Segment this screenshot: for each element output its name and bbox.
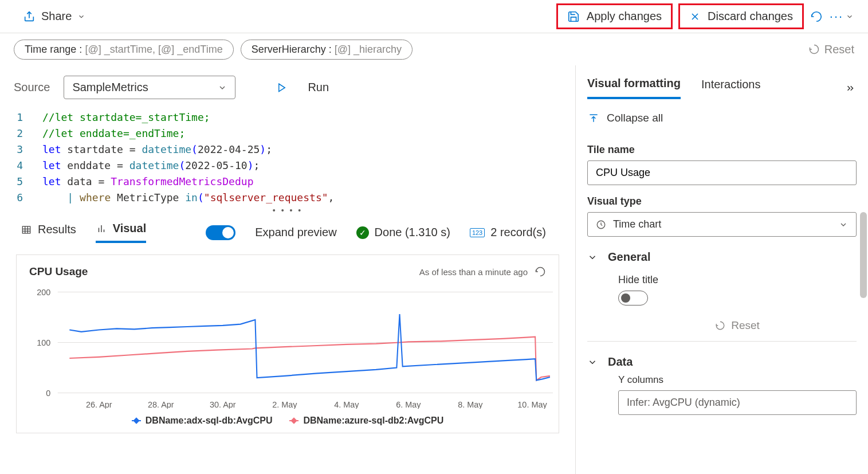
chart-legend: DBName:adx-sql-db:AvgCPU DBName:azure-sq… [22, 416, 553, 426]
apply-changes-label: Apply changes [587, 10, 662, 23]
chart-tile: CPU Usage As of less than a minute ago 2… [16, 254, 559, 433]
legend-label-2: DBName:azure-sql-db2:AvgCPU [303, 416, 443, 426]
record-count: 123 2 record(s) [470, 226, 546, 239]
reset-general-label: Reset [731, 319, 760, 332]
query-pane: Source SampleMetrics Run 1//let startdat… [0, 65, 576, 474]
chart-plot[interactable]: 200 100 0 26. Apr 28. Apr 30. Apr 2. May… [22, 283, 553, 409]
share-label: Share [41, 10, 72, 23]
legend-item-2[interactable]: DBName:azure-sql-db2:AvgCPU [289, 416, 443, 426]
chart-refresh-button[interactable] [535, 266, 546, 277]
reset-filters-button[interactable]: Reset [808, 43, 854, 56]
svg-text:100: 100 [37, 338, 50, 348]
chevron-down-icon [587, 252, 598, 263]
top-toolbar: Share Apply changes Discard changes ··· [0, 0, 868, 33]
reset-label: Reset [824, 43, 854, 56]
refresh-button[interactable] [804, 4, 829, 29]
svg-marker-2 [279, 84, 285, 92]
svg-text:28. Apr: 28. Apr [148, 399, 174, 409]
visual-type-value: Time chart [613, 218, 661, 230]
tab-visual-label: Visual [113, 222, 147, 235]
tab-visual[interactable]: Visual [96, 222, 147, 243]
filter-time-range-value: [@] _startTime, [@] _endTime [85, 44, 222, 55]
source-label: Source [14, 81, 50, 94]
filter-row: Time range : [@] _startTime, [@] _endTim… [0, 33, 868, 65]
clock-icon [596, 220, 606, 230]
filter-hierarchy-value: [@] _hierarchy [335, 44, 402, 55]
legend-label-1: DBName:adx-sql-db:AvgCPU [146, 416, 273, 426]
svg-text:6. May: 6. May [396, 399, 421, 409]
result-tabs: Results Visual Expand preview ✓ Done (1.… [0, 215, 575, 243]
chart-title: CPU Usage [29, 265, 88, 278]
tile-name-label: Tile name [587, 144, 857, 156]
collapse-all-icon [587, 112, 600, 124]
svg-text:4. May: 4. May [334, 399, 359, 409]
code-editor[interactable]: 1//let startdate=_startTime; 2//let endd… [0, 109, 575, 206]
close-icon [689, 11, 701, 22]
run-button[interactable]: Run [277, 81, 329, 94]
tab-interactions[interactable]: Interactions [701, 78, 760, 98]
expand-preview-toggle[interactable] [206, 225, 235, 240]
records-badge-icon: 123 [470, 228, 485, 237]
share-icon [23, 10, 36, 23]
svg-text:0: 0 [46, 389, 50, 398]
formatting-panel: Visual formatting Interactions Collapse … [576, 65, 868, 474]
filter-time-range[interactable]: Time range : [@] _startTime, [@] _endTim… [14, 40, 234, 60]
source-row: Source SampleMetrics Run [0, 65, 575, 109]
section-general[interactable]: General [587, 250, 857, 264]
ycols-value: Infer: AvgCPU (dynamic) [627, 397, 740, 408]
filter-server-hierarchy[interactable]: ServerHierarchy : [@] _hierarchy [241, 40, 413, 60]
tab-results-label: Results [38, 223, 76, 236]
records-label: 2 record(s) [490, 226, 546, 239]
legend-swatch-red [289, 420, 299, 421]
legend-swatch-blue [132, 420, 141, 421]
tab-results[interactable]: Results [21, 223, 76, 242]
source-select[interactable]: SampleMetrics [64, 76, 235, 99]
chevron-down-icon [77, 13, 85, 21]
collapse-panel-button[interactable] [844, 83, 857, 93]
ycols-select[interactable]: Infer: AvgCPU (dynamic) [618, 390, 857, 415]
legend-item-1[interactable]: DBName:adx-sql-db:AvgCPU [132, 416, 273, 426]
hide-title-toggle[interactable] [618, 291, 648, 305]
filter-hierarchy-label: ServerHierarchy : [252, 44, 332, 55]
table-icon [21, 225, 32, 235]
section-data[interactable]: Data [587, 355, 857, 369]
svg-text:2. May: 2. May [272, 399, 297, 409]
run-label: Run [308, 81, 329, 94]
reset-general-button[interactable]: Reset [618, 319, 857, 332]
svg-text:200: 200 [37, 288, 50, 297]
more-options-button[interactable]: ··· [829, 4, 854, 29]
ycols-label: Y columns [587, 374, 857, 386]
share-button[interactable]: Share [23, 10, 85, 23]
play-icon [277, 83, 287, 93]
svg-text:8. May: 8. May [458, 399, 483, 409]
discard-changes-button[interactable]: Discard changes [678, 3, 804, 29]
source-selected: SampleMetrics [72, 81, 148, 94]
svg-text:10. May: 10. May [517, 399, 547, 409]
apply-changes-button[interactable]: Apply changes [556, 3, 673, 29]
chart-asof: As of less than a minute ago [419, 267, 528, 277]
status-label: Done (1.310 s) [375, 226, 450, 239]
pane-splitter[interactable]: • • • • [0, 206, 575, 215]
check-icon: ✓ [356, 226, 369, 239]
hide-title-label: Hide title [618, 274, 857, 286]
panel-tabs: Visual formatting Interactions [576, 65, 868, 99]
tile-name-input[interactable] [587, 160, 857, 185]
chevron-down-icon [839, 220, 848, 229]
expand-preview-label: Expand preview [255, 226, 336, 239]
general-label: General [608, 250, 650, 264]
visual-type-label: Visual type [587, 195, 857, 207]
scrollbar-thumb[interactable] [860, 212, 867, 298]
filter-time-range-label: Time range : [25, 44, 82, 55]
chevron-down-icon [587, 357, 598, 367]
chevron-down-icon [218, 83, 227, 92]
collapse-all-label: Collapse all [607, 112, 663, 124]
discard-changes-label: Discard changes [708, 10, 793, 23]
svg-text:26. Apr: 26. Apr [86, 399, 112, 409]
collapse-all-button[interactable]: Collapse all [576, 99, 868, 129]
visual-type-select[interactable]: Time chart [587, 212, 857, 237]
svg-text:30. Apr: 30. Apr [210, 399, 236, 409]
tab-visual-formatting[interactable]: Visual formatting [587, 77, 681, 99]
query-status: ✓ Done (1.310 s) [356, 226, 450, 239]
data-label: Data [608, 355, 633, 369]
chart-icon [96, 224, 107, 234]
